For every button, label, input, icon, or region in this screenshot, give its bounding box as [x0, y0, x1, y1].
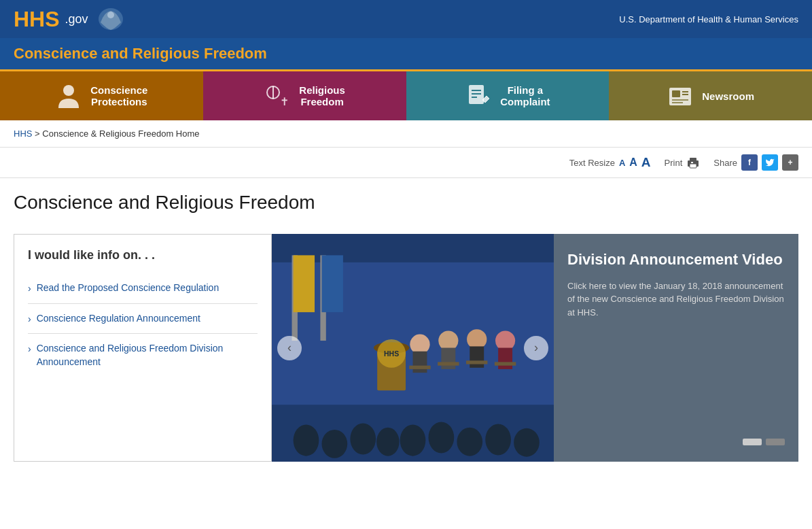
slide-info-panel[interactable]: Division Announcement Video Click here t… — [554, 234, 798, 462]
svg-point-45 — [429, 422, 455, 453]
print-group: Print — [665, 156, 701, 169]
info-box: I would like info on. . . › Read the Pro… — [14, 234, 272, 462]
print-label: Print — [665, 158, 683, 168]
hhs-brand: HHS — [14, 7, 60, 32]
svg-rect-23 — [294, 255, 315, 312]
list-item: › Read the Proposed Conscience Regulatio… — [28, 273, 258, 304]
info-link-2[interactable]: Conscience Regulation Announcement — [37, 312, 200, 326]
svg-point-44 — [400, 425, 426, 456]
text-resize-group: Text Resize A A A — [569, 155, 651, 170]
svg-rect-33 — [470, 346, 484, 367]
person-silhouette-icon — [55, 82, 82, 109]
svg-point-2 — [63, 85, 74, 96]
main-navigation: ConscienceProtections ✝ ReligiousFreedom… — [0, 71, 812, 120]
text-resize-large[interactable]: A — [641, 155, 651, 170]
share-group: Share f + — [713, 154, 798, 171]
breadcrumb-home-link[interactable]: HHS — [14, 129, 32, 139]
info-box-list: › Read the Proposed Conscience Regulatio… — [28, 273, 258, 377]
breadcrumb: HHS > Conscience & Religious Freedom Hom… — [0, 120, 812, 148]
site-title: Conscience and Religious Freedom — [14, 45, 267, 62]
twitter-share-button[interactable] — [762, 154, 778, 171]
svg-rect-37 — [438, 362, 459, 365]
page-content: Conscience and Religious Freedom I would… — [0, 178, 812, 475]
svg-rect-31 — [441, 348, 455, 369]
more-share-button[interactable]: + — [782, 154, 798, 171]
text-resize-small[interactable]: A — [619, 158, 625, 168]
nav-tab-conscience[interactable]: ConscienceProtections — [0, 71, 203, 120]
svg-point-40 — [294, 425, 319, 456]
slide-dot-2[interactable] — [766, 439, 785, 445]
svg-point-42 — [350, 423, 376, 454]
list-item: › Conscience and Religious Freedom Divis… — [28, 334, 258, 377]
svg-rect-11 — [672, 90, 680, 97]
conscience-tab-label: ConscienceProtections — [90, 84, 147, 107]
info-panel-title: Division Announcement Video — [567, 250, 785, 270]
svg-rect-35 — [498, 348, 512, 369]
svg-rect-29 — [413, 352, 427, 373]
document-pen-icon — [465, 82, 492, 109]
slide-dot-1[interactable] — [743, 439, 762, 445]
religious-tab-label: ReligiousFreedom — [299, 84, 345, 107]
svg-point-34 — [495, 330, 515, 350]
filing-tab-label: Filing aComplaint — [500, 84, 550, 107]
chevron-icon: › — [28, 283, 31, 294]
page-heading: Conscience and Religious Freedom — [14, 192, 798, 220]
eagle-icon — [94, 5, 128, 33]
svg-point-47 — [485, 424, 511, 456]
svg-point-32 — [467, 329, 487, 349]
breadcrumb-separator: > — [35, 129, 40, 139]
list-item: › Conscience Regulation Announcement — [28, 304, 258, 335]
svg-point-48 — [514, 428, 540, 457]
text-resize-label: Text Resize — [569, 158, 615, 168]
newsroom-tab-label: Newsroom — [702, 90, 754, 102]
main-layout: I would like info on. . . › Read the Pro… — [14, 234, 798, 462]
slide-dots — [567, 439, 785, 445]
slide-svg: HHS — [272, 234, 554, 462]
svg-point-28 — [410, 335, 429, 354]
chevron-icon: › — [28, 313, 31, 324]
svg-point-30 — [438, 330, 458, 350]
hhs-logo: HHS .gov — [14, 5, 128, 33]
page-toolbar: Text Resize A A A Print Share f + — [0, 148, 812, 178]
printer-icon[interactable] — [686, 156, 700, 169]
info-panel-desc: Click here to view the January 18, 2018 … — [567, 279, 785, 320]
info-box-title: I would like info on. . . — [28, 248, 258, 262]
nav-tab-newsroom[interactable]: Newsroom — [609, 71, 812, 120]
svg-rect-39 — [495, 362, 516, 365]
share-label: Share — [713, 158, 737, 168]
svg-rect-18 — [690, 164, 696, 168]
text-resize-medium[interactable]: A — [629, 156, 637, 169]
svg-rect-25 — [322, 255, 343, 312]
facebook-share-button[interactable]: f — [741, 154, 758, 171]
dept-name: U.S. Department of Health & Human Servic… — [619, 14, 798, 24]
site-banner: Conscience and Religious Freedom — [0, 38, 812, 71]
site-header: HHS .gov U.S. Department of Health & Hum… — [0, 0, 812, 38]
slide-prev-button[interactable]: ‹ — [277, 336, 302, 360]
slide-image: HHS ‹ › — [272, 234, 554, 462]
chevron-icon: › — [28, 343, 31, 354]
svg-rect-17 — [690, 158, 696, 162]
svg-point-41 — [322, 430, 348, 458]
svg-rect-38 — [466, 360, 487, 364]
newspaper-icon — [667, 82, 694, 109]
info-link-3[interactable]: Conscience and Religious Freedom Divisio… — [37, 342, 258, 369]
religious-symbols-icon: ✝ — [264, 82, 291, 109]
breadcrumb-current: Conscience & Religious Freedom Home — [42, 129, 199, 139]
svg-text:✝: ✝ — [280, 96, 289, 107]
nav-tab-filing[interactable]: Filing aComplaint — [406, 71, 610, 120]
svg-point-1 — [107, 12, 114, 18]
svg-rect-36 — [409, 366, 430, 369]
gov-text: .gov — [65, 12, 88, 27]
info-link-1[interactable]: Read the Proposed Conscience Regulation — [37, 281, 219, 295]
slide-next-button[interactable]: › — [524, 336, 548, 360]
nav-tab-religious[interactable]: ✝ ReligiousFreedom — [203, 71, 406, 120]
svg-point-43 — [376, 428, 400, 456]
svg-point-46 — [457, 428, 482, 456]
info-panel-content: Division Announcement Video Click here t… — [567, 250, 785, 319]
slideshow: HHS ‹ › Division Announcement Video Clic… — [272, 234, 798, 462]
svg-rect-19 — [691, 162, 693, 163]
svg-text:HHS: HHS — [384, 350, 399, 358]
